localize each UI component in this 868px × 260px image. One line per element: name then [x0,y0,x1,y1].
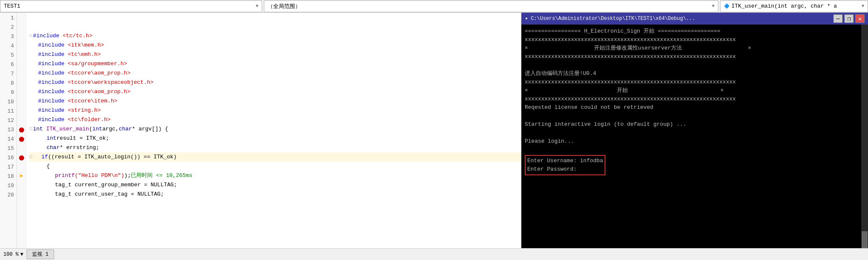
arrow-indicator-18: ➤ [19,173,24,180]
collapse-icon-3[interactable]: □ [30,31,32,41]
func-icon: 🔷 [724,3,730,9]
console-icon: ▪ [525,15,528,22]
console-title: C:\Users\Administrator\Desktop\ITK\TEST1… [531,16,830,22]
toolbar: TEST1 ▼ （全局范围） ▼ 🔷 ITK_user_main(int arg… [0,0,868,13]
line-num-13: 13 [0,125,14,135]
console-line-11 [525,112,858,120]
str-18: ("Hello PDM\n") [75,171,124,180]
breakpoint-column: ➤ [17,13,26,248]
watch-tab-label: 监视 1 [32,252,48,257]
close-icon: ✕ [858,15,862,22]
restore-icon: ❐ [847,15,851,22]
console-scrollbar-thumb [862,231,868,248]
console-line-7: xxxxxxxxxxxxxxxxxxxxxxxxxxxxxxxxxxxxxxxx… [525,78,858,86]
console-line-13 [525,129,858,137]
breakpoint-14 [19,137,24,142]
console-scrollbar[interactable] [861,25,868,248]
include-path-5: <tc\emh.h> [68,50,101,59]
editor-area: 1 2 3 4 5 6 7 8 9 10 11 12 13 14 15 16 1… [0,13,868,248]
login-highlight-box: Enter Username: infodba Enter Password: [525,155,605,175]
comment-18: 已用时间 <= 10,265ms [131,171,192,180]
space-3 [59,31,63,41]
status-bar: 100 % ▼ 监视 1 [0,248,868,260]
kw-char-13: char [119,124,132,134]
line-num-5: 5 [0,51,14,60]
file-dropdown-label: TEST1 [4,3,20,9]
line-num-15: 15 [0,144,14,153]
console-body: ================= H_Electronic_Sign 开始 =… [521,25,868,248]
include-path-7: <tccore\aom_prop.h> [68,69,130,78]
console-line-10: Reqested license could not be retrieved [525,103,858,112]
func-dropdown[interactable]: 🔷 ITK_user_main(int argc, char * a ▼ [720,0,868,12]
include-path-6: <sa/groupmember.h> [68,59,127,69]
line-num-4: 4 [0,41,14,51]
func-dropdown-arrow: ▼ [862,4,864,8]
kw-int-13: int [33,124,43,134]
line-num-2: 2 [0,23,14,32]
include-path-11: <string.h> [68,106,101,115]
kw-int-14: int [47,134,56,143]
console-line-5 [525,61,858,69]
console-line-3: × 开始注册修改属性userserver方法 × [525,44,858,53]
console-password-line: Enter Password: [527,165,603,174]
func-dropdown-label: ITK_user_main(int argc, char * a [731,3,837,9]
file-dropdown[interactable]: TEST1 ▼ [0,0,262,12]
scope-dropdown[interactable]: （全局范围） ▼ [264,0,718,12]
console-window: ▪ C:\Users\Administrator\Desktop\ITK\TES… [521,13,868,248]
console-line-15 [525,146,858,154]
watch-tab[interactable]: 监视 1 [27,249,54,259]
kw-include-4: #include [38,41,64,50]
minimize-button[interactable]: — [833,14,843,23]
line-num-14: 14 [0,135,14,144]
console-username-line: Enter Username: infodba [527,157,603,165]
line-num-6: 6 [0,60,14,69]
line-num-16: 16 [0,153,14,163]
console-line-1: ================= H_Electronic_Sign 开始 =… [525,27,858,36]
line-num-10: 10 [0,97,14,107]
line-num-18: 18 [0,172,14,181]
console-line-14: Please login... [525,137,858,146]
console-line-6: 进入自动编码方法注册!U0.4 [525,69,858,78]
line-num-1: 1 [0,14,14,23]
collapse-icon-16[interactable]: □ [30,152,32,162]
include-path-9: <tccore\aom_prop.h> [68,87,130,97]
kw-include-3: #include [33,31,59,41]
line-num-20: 20 [0,191,14,200]
kw-if-16: if [41,152,48,162]
console-line-2: xxxxxxxxxxxxxxxxxxxxxxxxxxxxxxxxxxxxxxxx… [525,36,858,44]
collapse-icon-13[interactable]: □ [30,124,32,134]
minimize-icon: — [836,15,840,22]
console-line-4: xxxxxxxxxxxxxxxxxxxxxxxxxxxxxxxxxxxxxxxx… [525,53,858,61]
include-path-8: <tccore\workspaceobject.h> [68,78,153,87]
console-content: ================= H_Electronic_Sign 开始 =… [521,25,861,248]
console-line-8: × 开始 × [525,86,858,95]
console-titlebar: ▪ C:\Users\Administrator\Desktop\ITK\TES… [521,13,868,25]
file-dropdown-arrow: ▼ [256,4,258,8]
zoom-label: 100 % [3,252,19,257]
scope-dropdown-label: （全局范围） [268,3,301,10]
func-name-13: ITK_user_main [46,124,89,134]
console-line-12: Starting interactive login (to default g… [525,120,858,129]
line-num-8: 8 [0,79,14,88]
line-num-3: 3 [0,32,14,41]
func-printf-18: printf [55,171,75,180]
zoom-dropdown-arrow[interactable]: ▼ [20,252,23,257]
breakpoint-13 [19,127,24,133]
kw-char-15: char [47,143,60,152]
line-num-12: 12 [0,116,14,125]
include-path-12: <tc\folder.h> [68,115,110,124]
restore-button[interactable]: ❐ [844,14,854,23]
close-button[interactable]: ✕ [855,14,865,23]
ide-container: TEST1 ▼ （全局范围） ▼ 🔷 ITK_user_main(int arg… [0,0,868,260]
line-num-7: 7 [0,69,14,79]
line-num-19: 19 [0,181,14,191]
line-num-9: 9 [0,88,14,97]
console-line-9: xxxxxxxxxxxxxxxxxxxxxxxxxxxxxxxxxxxxxxxx… [525,95,858,103]
include-path-3: <tc/tc.h> [63,31,92,41]
breakpoint-16 [19,155,24,160]
include-path-4: <itk\mem.h> [68,41,104,50]
kw-int-argc: int [92,124,102,134]
line-num-17: 17 [0,163,14,172]
line-numbers: 1 2 3 4 5 6 7 8 9 10 11 12 13 14 15 16 1… [0,13,17,248]
zoom-control: 100 % ▼ [3,252,23,257]
